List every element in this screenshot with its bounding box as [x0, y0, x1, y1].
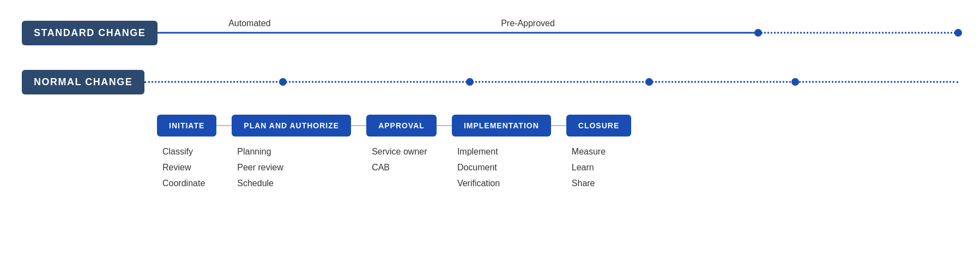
closure-btn: CLOSURE	[566, 115, 631, 136]
approval-item-1: Service owner	[372, 144, 427, 160]
closure-item-1: Measure	[572, 144, 606, 160]
connector-3	[437, 125, 452, 126]
normal-change-line-area	[144, 66, 958, 98]
normal-change-label: NORMAL CHANGE	[22, 70, 144, 94]
standard-change-row: STANDARD CHANGE Automated Pre-Approved	[22, 16, 958, 49]
phase-implementation: IMPLEMENTATION Implement Document Verifi…	[452, 115, 566, 191]
connector-1	[216, 125, 232, 126]
initiate-item-1: Classify	[162, 144, 205, 160]
normal-dot-3	[645, 78, 653, 86]
normal-dot-4	[791, 78, 799, 86]
automated-label: Automated	[228, 19, 270, 28]
preapproved-label: Pre-Approved	[501, 19, 555, 28]
normal-dotted-line	[144, 81, 958, 83]
diagram-container: STANDARD CHANGE Automated Pre-Approved N…	[0, 0, 980, 273]
approval-btn: APPROVAL	[366, 115, 437, 136]
approval-item-2: CAB	[372, 160, 427, 176]
closure-item-3: Share	[572, 176, 606, 192]
impl-item-3: Verification	[457, 176, 500, 192]
phase-initiate: INITIATE Classify Review Coordinate	[157, 115, 232, 191]
implementation-btn: IMPLEMENTATION	[452, 115, 551, 136]
impl-item-2: Document	[457, 160, 500, 176]
closure-items: Measure Learn Share	[566, 144, 606, 191]
initiate-items: Classify Review Coordinate	[157, 144, 205, 191]
normal-change-row: NORMAL CHANGE	[22, 66, 958, 98]
initiate-item-2: Review	[162, 160, 205, 176]
phases-row: INITIATE Classify Review Coordinate PLAN…	[22, 115, 958, 191]
plan-items: Planning Peer review Schedule	[232, 144, 283, 191]
implementation-items: Implement Document Verification	[452, 144, 500, 191]
impl-item-1: Implement	[457, 144, 500, 160]
standard-dot-mid	[754, 29, 762, 37]
phase-closure: CLOSURE Measure Learn Share	[566, 115, 631, 191]
phase-approval: APPROVAL Service owner CAB	[366, 115, 452, 176]
plan-item-3: Schedule	[237, 176, 283, 192]
phase-plan-authorize: PLAN AND AUTHORIZE Planning Peer review …	[232, 115, 366, 191]
standard-dotted-line	[758, 32, 958, 34]
closure-item-2: Learn	[572, 160, 606, 176]
plan-item-1: Planning	[237, 144, 283, 160]
plan-item-2: Peer review	[237, 160, 283, 176]
initiate-btn: INITIATE	[157, 115, 216, 136]
plan-authorize-btn: PLAN AND AUTHORIZE	[232, 115, 351, 136]
connector-4	[551, 125, 566, 126]
connector-2	[351, 125, 366, 126]
normal-dot-1	[279, 78, 287, 86]
standard-change-line-area: Automated Pre-Approved	[158, 16, 958, 49]
standard-change-label: STANDARD CHANGE	[22, 21, 158, 45]
normal-dot-2	[466, 78, 474, 86]
initiate-item-3: Coordinate	[162, 176, 205, 192]
standard-solid-line	[158, 32, 758, 34]
standard-dot-end	[954, 29, 962, 37]
approval-items: Service owner CAB	[366, 144, 427, 176]
